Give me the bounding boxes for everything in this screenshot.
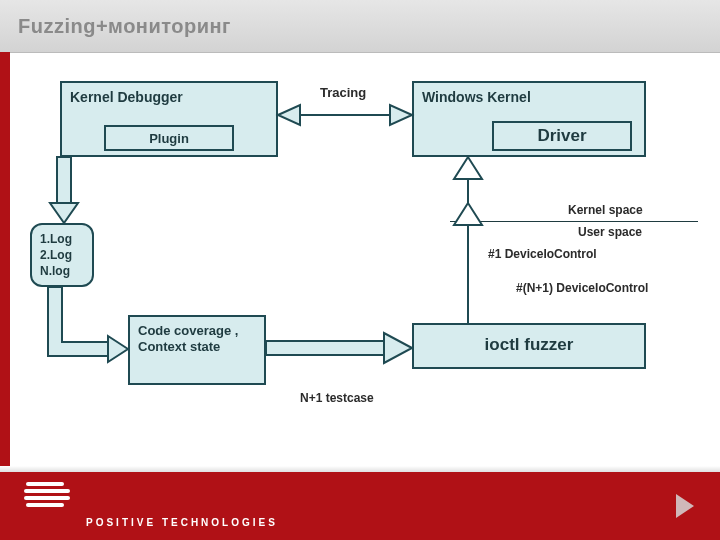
svg-marker-5 — [108, 336, 128, 362]
svg-marker-1 — [278, 105, 300, 125]
deviceiocontrol-1-label: #1 DeviceIoControl — [488, 247, 597, 261]
svg-marker-7 — [384, 333, 412, 363]
log-line-n: N.log — [40, 263, 84, 279]
log-to-coverage-arrow — [48, 287, 128, 362]
svg-marker-4 — [50, 203, 78, 223]
brand-name: POSITIVE TECHNOLOGIES — [86, 517, 278, 528]
svg-marker-9 — [454, 157, 482, 179]
brand-logo-icon — [24, 482, 78, 512]
deviceiocontrol-n-label: #(N+1) DeviceIoControl — [516, 281, 648, 295]
tracing-label: Tracing — [320, 85, 366, 100]
driver-box: Driver — [492, 121, 632, 151]
tracing-arrow — [278, 105, 412, 125]
svg-rect-3 — [57, 157, 71, 205]
svg-rect-6 — [266, 341, 384, 355]
debugger-to-log-arrow — [50, 157, 78, 223]
kernel-space-label: Kernel space — [568, 203, 643, 217]
ioctl-fuzzer-label: ioctl fuzzer — [414, 335, 644, 355]
svg-marker-2 — [390, 105, 412, 125]
testcase-label: N+1 testcase — [300, 391, 374, 405]
kernel-debugger-box: Kernel Debugger Plugin — [60, 81, 278, 157]
plugin-box: Plugin — [104, 125, 234, 151]
slide-title: Fuzzing+мониторинг — [18, 15, 231, 38]
code-coverage-box: Code coverage , Context state — [128, 315, 266, 385]
log-line-2: 2.Log — [40, 247, 84, 263]
ioctl-fuzzer-box: ioctl fuzzer — [412, 323, 646, 369]
coverage-to-fuzzer-arrow — [266, 333, 412, 363]
windows-kernel-label: Windows Kernel — [422, 89, 644, 105]
footer-bar: POSITIVE TECHNOLOGIES — [0, 472, 720, 540]
log-line-1: 1.Log — [40, 231, 84, 247]
windows-kernel-box: Windows Kernel Driver — [412, 81, 646, 157]
title-bar: Fuzzing+мониторинг — [0, 0, 720, 53]
kernel-debugger-label: Kernel Debugger — [70, 89, 276, 105]
fuzzer-to-kernel-arrow — [454, 157, 482, 323]
space-divider — [450, 221, 698, 222]
user-space-label: User space — [578, 225, 642, 239]
next-slide-icon[interactable] — [676, 494, 694, 518]
diagram-canvas: Kernel Debugger Plugin Windows Kernel Dr… — [0, 53, 720, 473]
code-coverage-label: Code coverage , Context state — [138, 323, 256, 356]
log-box: 1.Log 2.Log N.log — [30, 223, 94, 287]
